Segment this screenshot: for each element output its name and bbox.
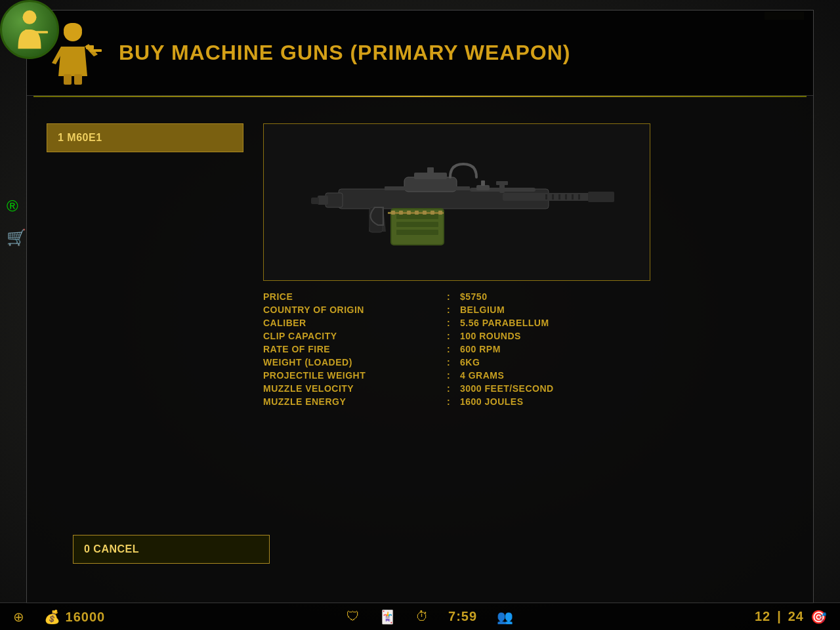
- hud-bar: ⊕ 💰 16000 🛡 🃏 ⏱ 7:59 👥 12 | 24 🎯: [0, 602, 840, 630]
- stat-label-price: PRICE: [263, 291, 447, 302]
- team-logo-circle: [0, 0, 59, 59]
- svg-rect-40: [476, 185, 490, 190]
- stat-sep-muzzle-energy: :: [447, 396, 460, 407]
- svg-rect-30: [415, 211, 419, 215]
- hud-left: ⊕ 💰 16000: [13, 609, 105, 625]
- stat-label-proj-weight: PROJECTILE WEIGHT: [263, 370, 447, 381]
- svg-point-0: [23, 10, 37, 24]
- stat-muzzle-vel: MUZZLE VELOCITY : 3000 FEET/SECOND: [263, 383, 793, 394]
- hud-score-left: 12: [755, 609, 770, 624]
- stat-label-weight: WEIGHT (LOADED): [263, 357, 447, 368]
- hud-money-value: 16000: [66, 610, 106, 624]
- svg-rect-31: [423, 211, 427, 215]
- weapon-item-m60e1[interactable]: 1 M60E1: [47, 123, 243, 152]
- stat-value-muzzle-vel: 3000 FEET/SECOND: [460, 383, 554, 394]
- stat-sep-rof: :: [447, 344, 460, 354]
- dialog-header: BUY MACHINE GUNS (PRIMARY WEAPON): [27, 10, 813, 96]
- stat-value-clip: 100 ROUNDS: [460, 331, 521, 341]
- stat-sep-weight: :: [447, 357, 460, 368]
- stat-proj-weight: PROJECTILE WEIGHT : 4 GRAMS: [263, 370, 793, 381]
- svg-rect-7: [74, 74, 82, 85]
- stat-sep-origin: :: [447, 304, 460, 315]
- hud-players-icon: 👥: [497, 609, 513, 625]
- stat-rof: RATE OF FIRE : 600 RPM: [263, 344, 793, 354]
- stat-weight: WEIGHT (LOADED) : 6KG: [263, 357, 793, 368]
- svg-rect-2: [25, 30, 31, 33]
- svg-rect-36: [318, 196, 328, 205]
- left-side-icons: ® 🛒: [7, 197, 26, 247]
- svg-rect-1: [34, 31, 48, 33]
- register-icon: ®: [7, 197, 26, 215]
- weapon-key: 1: [58, 132, 67, 143]
- stat-value-proj-weight: 4 GRAMS: [460, 370, 504, 381]
- stat-label-origin: COUNTRY OF ORIGIN: [263, 304, 447, 315]
- stat-value-origin: BELGIUM: [460, 304, 505, 315]
- stat-label-clip: CLIP CAPACITY: [263, 331, 447, 341]
- hud-timer: 7:59: [448, 609, 477, 624]
- buy-menu-dialog: BUY MACHINE GUNS (PRIMARY WEAPON) 1 M60E…: [26, 10, 814, 604]
- svg-rect-15: [565, 194, 567, 200]
- svg-rect-41: [481, 180, 485, 186]
- svg-rect-22: [427, 167, 434, 174]
- stat-label-muzzle-vel: MUZZLE VELOCITY: [263, 383, 447, 394]
- weapon-image-container: [263, 123, 650, 281]
- svg-rect-27: [391, 211, 395, 215]
- weapon-name: M60E1: [67, 132, 102, 143]
- hud-money: 💰 16000: [44, 609, 105, 625]
- stat-muzzle-energy: MUZZLE ENERGY : 1600 JOULES: [263, 396, 793, 407]
- svg-rect-26: [396, 230, 438, 235]
- bottom-actions: 0 CANCEL: [73, 535, 270, 564]
- svg-rect-28: [399, 211, 403, 215]
- stat-label-muzzle-energy: MUZZLE ENERGY: [263, 396, 447, 407]
- stat-origin: COUNTRY OF ORIGIN : BELGIUM: [263, 304, 793, 315]
- stat-sep-clip: :: [447, 331, 460, 341]
- hud-clock-icon: ⏱: [415, 609, 429, 624]
- hud-buy-icon: ⊕: [13, 609, 24, 625]
- svg-rect-13: [552, 194, 554, 200]
- stat-value-price: $5750: [460, 291, 487, 302]
- svg-rect-19: [496, 181, 508, 185]
- stat-sep-proj-weight: :: [447, 370, 460, 381]
- cancel-button[interactable]: 0 CANCEL: [73, 535, 270, 564]
- svg-rect-37: [311, 198, 319, 204]
- cancel-key: 0: [84, 543, 90, 555]
- svg-rect-39: [385, 186, 470, 190]
- svg-rect-25: [396, 222, 438, 227]
- stat-label-caliber: CALIBER: [263, 318, 447, 328]
- cart-icon: 🛒: [7, 228, 26, 247]
- cancel-label: CANCEL: [93, 543, 139, 555]
- stat-value-weight: 6KG: [460, 357, 480, 368]
- header-separator: [33, 96, 807, 97]
- stat-price: PRICE : $5750: [263, 291, 793, 302]
- weapon-image-m60e1: [286, 136, 627, 268]
- hud-ammo-icon: 🎯: [810, 609, 827, 625]
- hud-right: 12 | 24 🎯: [755, 609, 827, 625]
- page-title: BUY MACHINE GUNS (PRIMARY WEAPON): [119, 41, 570, 65]
- svg-rect-12: [545, 194, 547, 200]
- svg-rect-4: [90, 49, 102, 52]
- svg-rect-32: [430, 211, 434, 215]
- stat-sep-caliber: :: [447, 318, 460, 328]
- stat-label-rof: RATE OF FIRE: [263, 344, 447, 354]
- hud-money-icon: 💰: [44, 610, 61, 624]
- stat-value-caliber: 5.56 PARABELLUM: [460, 318, 549, 328]
- hud-shield-icon: 🛡: [346, 609, 360, 624]
- main-content: 1 M60E1: [27, 110, 813, 423]
- svg-rect-11: [588, 192, 614, 202]
- stat-sep-muzzle-vel: :: [447, 383, 460, 394]
- svg-rect-5: [86, 45, 94, 49]
- stat-value-rof: 600 RPM: [460, 344, 501, 354]
- hud-card-icon: 🃏: [379, 609, 396, 625]
- svg-rect-16: [572, 194, 574, 200]
- weapon-list: 1 M60E1: [47, 123, 243, 410]
- svg-rect-17: [578, 194, 580, 200]
- stat-caliber: CALIBER : 5.56 PARABELLUM: [263, 318, 793, 328]
- weapon-details-panel: PRICE : $5750 COUNTRY OF ORIGIN : BELGIU…: [263, 123, 793, 410]
- stat-clip: CLIP CAPACITY : 100 ROUNDS: [263, 331, 793, 341]
- svg-rect-33: [438, 211, 442, 215]
- svg-rect-14: [558, 194, 560, 200]
- hud-center: 🛡 🃏 ⏱ 7:59 👥: [346, 609, 513, 625]
- svg-rect-29: [407, 211, 411, 215]
- weapon-stats-table: PRICE : $5750 COUNTRY OF ORIGIN : BELGIU…: [263, 291, 793, 407]
- hud-score-right: 24: [788, 609, 804, 624]
